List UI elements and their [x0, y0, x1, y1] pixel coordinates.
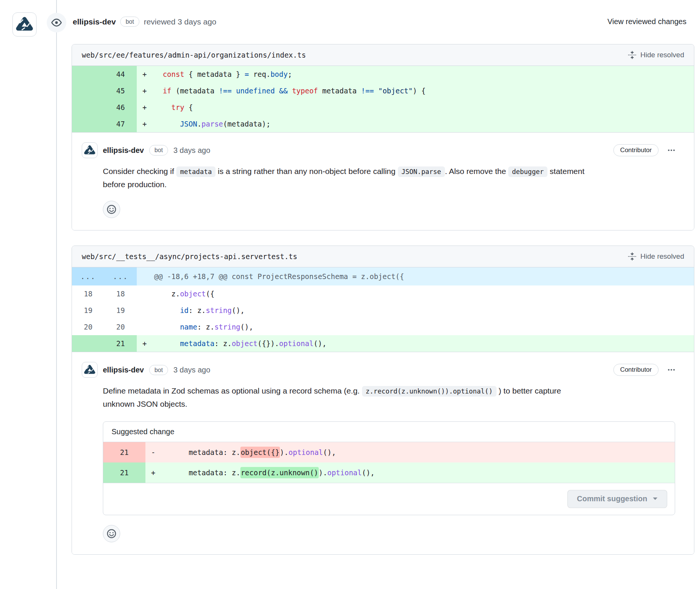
old-line-number[interactable] — [72, 116, 104, 132]
review-action-text: reviewed 3 days ago — [144, 17, 217, 26]
file-header: web/src/ee/features/admin-api/organizati… — [72, 44, 694, 66]
new-line-number[interactable]: 44 — [104, 66, 137, 82]
new-line-number[interactable]: 20 — [104, 319, 137, 335]
commit-suggestion-button[interactable]: Commit suggestion — [567, 490, 667, 508]
review-threads: web/src/ee/features/admin-api/organizati… — [72, 44, 694, 555]
inline-code: JSON.parse — [398, 166, 445, 177]
inline-code: z.record(z.unknown()).optional() — [362, 386, 497, 397]
code-line: metadata: z.record(z.unknown()).optional… — [163, 462, 675, 483]
diff-sign — [137, 285, 154, 302]
new-line-number[interactable]: 18 — [104, 285, 137, 302]
diff-row[interactable]: 47+ JSON.parse(metadata); — [72, 116, 694, 132]
file-path[interactable]: web/src/__tests__/async/projects-api.ser… — [82, 252, 297, 261]
comment-header: ellipsis-dev bot 3 days ago Contributor — [82, 362, 675, 378]
diff-row[interactable]: 44+ const { metadata } = req.body; — [72, 66, 694, 82]
line-number[interactable]: 21 — [103, 462, 145, 483]
comment-timestamp[interactable]: 3 days ago — [173, 366, 210, 374]
code-line: if (metadata !== undefined && typeof met… — [154, 82, 694, 99]
bot-badge: bot — [149, 145, 168, 155]
file-path[interactable]: web/src/ee/features/admin-api/organizati… — [82, 51, 306, 59]
diff-sign: - — [145, 442, 163, 462]
diff-row[interactable]: ......@@ -18,6 +18,7 @@ const ProjectRes… — [72, 267, 694, 285]
suggestion-diff-table: 21- metadata: z.object({}).optional(),21… — [103, 442, 675, 483]
reviewer-avatar[interactable] — [12, 12, 37, 37]
diff-row[interactable]: 45+ if (metadata !== undefined && typeof… — [72, 82, 694, 99]
diff-sign: + — [137, 82, 154, 99]
diff-row[interactable]: 46+ try { — [72, 99, 694, 116]
review-thread-card: web/src/__tests__/async/projects-api.ser… — [72, 246, 694, 554]
timeline-line — [56, 0, 57, 589]
code-line: try { — [154, 99, 694, 116]
new-line-number[interactable]: 46 — [104, 99, 137, 116]
comment-header: ellipsis-dev bot 3 days ago Contributor — [82, 142, 675, 158]
hide-resolved-label: Hide resolved — [640, 51, 684, 59]
old-line-number[interactable] — [72, 99, 104, 116]
ellipsis-dev-logo-icon — [83, 363, 96, 376]
caret-down-icon — [653, 497, 658, 500]
hide-resolved-button[interactable]: Hide resolved — [628, 252, 684, 261]
hide-resolved-label: Hide resolved — [640, 252, 684, 261]
comment-body: Define metadata in Zod schemas as option… — [103, 385, 585, 410]
old-line-number[interactable] — [72, 335, 104, 352]
eye-icon — [47, 13, 66, 32]
diff-sign: + — [137, 116, 154, 132]
diff-row[interactable]: 2020 name: z.string(), — [72, 319, 694, 335]
comment-timestamp[interactable]: 3 days ago — [173, 146, 210, 155]
diff-row[interactable]: 21+ metadata: z.object({}).optional(), — [72, 335, 694, 352]
new-line-number[interactable]: 45 — [104, 82, 137, 99]
code-line: JSON.parse(metadata); — [154, 116, 694, 132]
comment-avatar[interactable] — [82, 142, 98, 158]
comment-body: Consider checking if metadata is a strin… — [103, 165, 585, 191]
suggested-change-title: Suggested change — [103, 422, 675, 442]
diff-table: 44+ const { metadata } = req.body;45+ if… — [72, 66, 694, 133]
old-line-number[interactable]: ... — [72, 267, 104, 285]
bot-badge: bot — [120, 17, 139, 27]
diff-sign — [137, 302, 154, 319]
ellipsis-dev-logo-icon — [15, 15, 34, 34]
fold-icon — [628, 252, 636, 261]
add-reaction-button[interactable] — [103, 525, 120, 542]
file-header: web/src/__tests__/async/projects-api.ser… — [72, 246, 694, 267]
new-line-number[interactable]: ... — [104, 267, 137, 285]
new-line-number[interactable]: 47 — [104, 116, 137, 132]
kebab-menu-icon[interactable] — [668, 149, 675, 151]
line-number[interactable]: 21 — [103, 442, 145, 462]
reviewer-name[interactable]: ellipsis-dev — [73, 17, 116, 26]
code-line: @@ -18,6 +18,7 @@ const ProjectResponseS… — [154, 267, 694, 285]
diff-sign — [137, 319, 154, 335]
hide-resolved-button[interactable]: Hide resolved — [628, 51, 684, 59]
code-line: const { metadata } = req.body; — [154, 66, 694, 82]
code-line: metadata: z.object({}).optional(), — [154, 335, 694, 352]
review-comment: ellipsis-dev bot 3 days ago Contributor … — [72, 133, 694, 230]
old-line-number[interactable] — [72, 66, 104, 82]
diff-row[interactable]: 21- metadata: z.object({}).optional(), — [103, 442, 675, 462]
ellipsis-dev-logo-icon — [83, 144, 96, 157]
contributor-badge: Contributor — [613, 144, 659, 156]
inline-code: metadata — [176, 166, 216, 177]
code-line: metadata: z.object({}).optional(), — [163, 442, 675, 462]
new-line-number[interactable]: 21 — [104, 335, 137, 352]
bot-badge: bot — [149, 365, 168, 375]
old-line-number[interactable] — [72, 82, 104, 99]
old-line-number[interactable]: 20 — [72, 319, 104, 335]
diff-row[interactable]: 21+ metadata: z.record(z.unknown()).opti… — [103, 462, 675, 483]
smiley-icon — [107, 529, 116, 539]
diff-row[interactable]: 1919 id: z.string(), — [72, 302, 694, 319]
view-reviewed-changes-link[interactable]: View reviewed changes — [607, 17, 686, 26]
diff-row[interactable]: 1818 z.object({ — [72, 285, 694, 302]
comment-author[interactable]: ellipsis-dev — [103, 146, 144, 155]
old-line-number[interactable]: 19 — [72, 302, 104, 319]
code-line: z.object({ — [154, 285, 694, 302]
diff-table: ......@@ -18,6 +18,7 @@ const ProjectRes… — [72, 267, 694, 352]
code-line: name: z.string(), — [154, 319, 694, 335]
kebab-menu-icon[interactable] — [668, 369, 675, 371]
diff-sign: + — [137, 99, 154, 116]
new-line-number[interactable]: 19 — [104, 302, 137, 319]
old-line-number[interactable]: 18 — [72, 285, 104, 302]
diff-sign: + — [137, 335, 154, 352]
review-comment: ellipsis-dev bot 3 days ago Contributor … — [72, 352, 694, 554]
fold-icon — [628, 51, 636, 59]
comment-author[interactable]: ellipsis-dev — [103, 366, 144, 374]
comment-avatar[interactable] — [82, 362, 98, 378]
add-reaction-button[interactable] — [103, 201, 120, 218]
